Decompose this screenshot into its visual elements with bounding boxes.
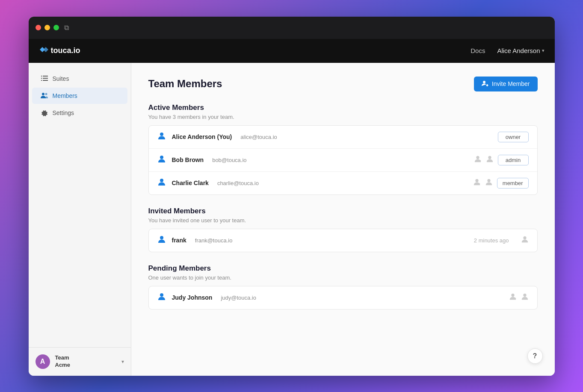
svg-point-19 [475, 179, 478, 182]
member-email: charlie@touca.io [217, 180, 259, 186]
window-icon: ⧉ [64, 24, 69, 32]
promote-icon[interactable] [485, 178, 493, 188]
svg-rect-1 [43, 76, 48, 77]
promote-icon[interactable] [486, 155, 494, 165]
member-avatar-icon [157, 155, 167, 165]
team-info: Team Acme [55, 354, 116, 369]
window-controls [36, 25, 59, 30]
settings-icon [41, 109, 48, 117]
sidebar-nav: Suites Members [29, 63, 131, 347]
page-header: Team Members Invite Member [148, 77, 538, 91]
svg-point-12 [160, 156, 163, 159]
sidebar-footer[interactable]: A Team Acme ▾ [29, 347, 131, 376]
active-members-subtitle: You have 3 members in your team. [148, 114, 538, 120]
svg-point-29 [523, 294, 526, 297]
pending-members-section: Pending Members One user wants to join y… [148, 264, 538, 309]
svg-point-24 [160, 236, 163, 239]
sidebar: Suites Members [29, 63, 131, 376]
sidebar-item-members[interactable]: Members [32, 88, 127, 104]
member-name: Bob Brown [172, 156, 204, 163]
revoke-invite-icon[interactable] [521, 236, 529, 245]
svg-point-25 [523, 236, 526, 239]
svg-rect-2 [41, 78, 42, 79]
invited-time: 2 minutes ago [474, 237, 509, 244]
minimize-dot[interactable] [44, 25, 50, 30]
svg-point-27 [511, 294, 514, 297]
logo: touca.io [39, 46, 80, 56]
pending-members-subtitle: One user wants to join your team. [148, 274, 538, 281]
invited-members-subtitle: You have invited one user to your team. [148, 217, 538, 224]
member-name: frank [172, 237, 186, 244]
invite-member-button[interactable]: Invite Member [474, 77, 538, 91]
svg-point-11 [160, 133, 163, 136]
demote-icon[interactable] [473, 178, 481, 188]
member-actions: member [473, 178, 529, 189]
accept-icon[interactable] [521, 293, 529, 302]
table-row: Alice Anderson (You) alice@touca.io owne… [149, 126, 537, 149]
member-email: bob@touca.io [212, 157, 246, 163]
app-window: ⧉ touca.io Docs Alice Anderson ▾ [29, 17, 555, 376]
svg-point-18 [160, 179, 163, 182]
pending-members-list: Judy Johnson judy@touca.io [148, 286, 538, 309]
sidebar-item-suites-label: Suites [53, 75, 69, 82]
role-badge: owner [498, 132, 529, 142]
table-row: Judy Johnson judy@touca.io [149, 286, 537, 309]
svg-rect-5 [43, 80, 48, 81]
user-menu[interactable]: Alice Anderson ▾ [497, 47, 544, 54]
svg-point-6 [42, 93, 44, 95]
svg-point-13 [476, 156, 479, 159]
main-content: Suites Members [29, 63, 555, 376]
svg-point-7 [45, 93, 47, 95]
member-avatar-icon [157, 132, 167, 142]
topnav: touca.io Docs Alice Anderson ▾ [29, 39, 555, 63]
pending-members-title: Pending Members [148, 264, 538, 273]
member-actions [509, 293, 529, 302]
demote-icon[interactable] [474, 155, 482, 165]
list-icon [41, 75, 48, 83]
role-badge: member [497, 178, 529, 189]
member-actions: owner [498, 132, 529, 142]
table-row: frank frank@touca.io 2 minutes ago [149, 229, 537, 252]
user-name: Alice Anderson [497, 47, 540, 54]
member-name: Alice Anderson (You) [172, 133, 232, 140]
invite-member-label: Invite Member [492, 80, 530, 87]
sidebar-item-settings[interactable]: Settings [32, 105, 127, 121]
svg-point-21 [487, 179, 490, 182]
page-title: Team Members [148, 78, 222, 90]
table-row: Bob Brown bob@touca.io [149, 149, 537, 172]
decline-icon[interactable] [509, 293, 517, 302]
titlebar: ⧉ [29, 17, 555, 39]
member-actions: admin [474, 155, 529, 165]
invite-member-icon [482, 80, 488, 88]
docs-link[interactable]: Docs [471, 47, 485, 54]
member-avatar-icon [157, 292, 167, 303]
content-area: Team Members Invite Member Active [131, 63, 555, 376]
member-avatar-icon [157, 235, 167, 246]
active-members-section: Active Members You have 3 members in you… [148, 103, 538, 195]
close-dot[interactable] [36, 25, 41, 30]
active-members-title: Active Members [148, 103, 538, 112]
sidebar-item-suites[interactable]: Suites [32, 71, 127, 87]
invited-members-title: Invited Members [148, 207, 538, 215]
member-name: Charlie Clark [172, 180, 209, 186]
topnav-right: Docs Alice Anderson ▾ [471, 47, 544, 54]
svg-rect-4 [41, 80, 42, 81]
sidebar-item-members-label: Members [53, 92, 77, 99]
chevron-down-icon: ▾ [542, 48, 545, 53]
invited-members-list: frank frank@touca.io 2 minutes ago [148, 229, 538, 252]
member-email: alice@touca.io [240, 134, 277, 140]
table-row: Charlie Clark charlie@touca.io [149, 172, 537, 195]
members-icon [41, 92, 48, 100]
maximize-dot[interactable] [53, 25, 59, 30]
invited-members-section: Invited Members You have invited one use… [148, 207, 538, 252]
svg-rect-0 [41, 76, 42, 77]
svg-point-26 [160, 293, 163, 297]
svg-point-8 [483, 81, 485, 83]
member-name: Judy Johnson [172, 294, 213, 301]
team-name: Team Acme [55, 354, 116, 369]
team-avatar: A [36, 354, 50, 369]
svg-point-15 [488, 156, 491, 159]
help-button[interactable]: ? [527, 348, 543, 364]
active-members-list: Alice Anderson (You) alice@touca.io owne… [148, 125, 538, 195]
logo-text: touca.io [51, 46, 80, 55]
